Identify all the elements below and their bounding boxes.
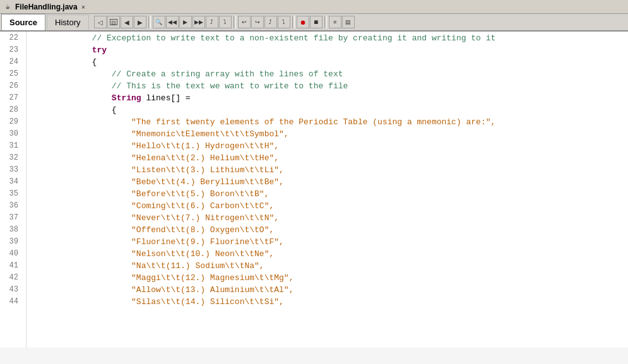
line-number: 31 [0, 140, 22, 152]
editor-container: 2223242526272829303132333435363738394041… [0, 32, 628, 348]
line-number: 22 [0, 32, 22, 44]
code-line: "Listen\t\t(3.) Lithium\t\tLi", [33, 164, 628, 176]
code-line: // Exception to write text to a non-exis… [33, 32, 628, 44]
line-number: 38 [0, 224, 22, 236]
toolbar-btn-14[interactable]: ⤵ [278, 16, 290, 28]
file-title: FileHandling.java [15, 3, 78, 11]
toolbar-btn-16[interactable]: ⏹ [310, 16, 323, 28]
close-tab-button[interactable]: × [81, 3, 85, 11]
code-area[interactable]: // Exception to write text to a non-exis… [27, 32, 628, 348]
line-number: 32 [0, 152, 22, 164]
line-number: 36 [0, 200, 22, 212]
file-icon: ☕ [3, 2, 13, 12]
tab-history[interactable]: History [47, 15, 88, 30]
toolbar-btn-12[interactable]: ↪ [251, 16, 264, 28]
toolbar-sep-1 [148, 16, 151, 28]
line-number: 27 [0, 92, 22, 104]
line-number: 33 [0, 164, 22, 176]
toolbar-btn-13[interactable]: ⤴ [264, 16, 277, 28]
line-number: 37 [0, 212, 22, 224]
tab-source[interactable]: Source [1, 14, 45, 30]
toolbar-btn-2[interactable]: ⊟ [107, 16, 120, 28]
code-line: "Before\t\t(5.) Boron\t\tB", [33, 188, 628, 200]
toolbar-btn-1[interactable]: ◁ [94, 16, 107, 28]
line-number: 23 [0, 44, 22, 56]
toolbar-btn-10[interactable]: ⤵ [219, 16, 232, 28]
line-number: 40 [0, 248, 22, 260]
toolbar-btn-5[interactable]: 🔍 [153, 16, 165, 28]
tab-bar: Source History ◁ ⊟ ◀ ▶ 🔍 ◀◀ ▶ ▶▶ ⤴ ⤵ ↩ ↪… [0, 14, 628, 32]
toolbar-btn-6[interactable]: ◀◀ [166, 16, 179, 28]
code-line: "Hello\t\t(1.) Hydrogen\t\tH", [33, 140, 628, 152]
editor-body: 2223242526272829303132333435363738394041… [0, 32, 628, 348]
code-line: "Na\t\t(11.) Sodium\t\tNa", [33, 260, 628, 272]
line-number: 35 [0, 188, 22, 200]
toolbar-btn-7[interactable]: ▶ [179, 16, 192, 28]
code-line: "Nelson\t\t(10.) Neon\t\tNe", [33, 248, 628, 260]
code-line: "Fluorine\t(9.) Fluorine\t\tF", [33, 236, 628, 248]
code-line: "Never\t\t(7.) Nitrogen\t\tN", [33, 212, 628, 224]
toolbar-sep-3 [292, 16, 295, 28]
line-number: 39 [0, 236, 22, 248]
line-numbers: 2223242526272829303132333435363738394041… [0, 32, 27, 348]
code-line: { [33, 104, 628, 116]
code-line: try [33, 44, 628, 56]
line-number: 34 [0, 176, 22, 188]
line-number: 41 [0, 260, 22, 272]
code-line: "The first twenty elements of the Period… [33, 116, 628, 128]
code-line: "Silas\t\t(14.) Silicon\t\tSi", [33, 296, 628, 308]
toolbar-btn-3[interactable]: ◀ [121, 16, 133, 28]
toolbar-btn-17[interactable]: ≡ [329, 16, 341, 28]
toolbar-sep-2 [234, 16, 236, 28]
title-bar: ☕ FileHandling.java × [0, 0, 628, 14]
line-number: 28 [0, 104, 22, 116]
toolbar-btn-15[interactable]: ⏺ [297, 16, 309, 28]
code-line: "Helena\t\t(2.) Helium\t\tHe", [33, 152, 628, 164]
line-number: 29 [0, 116, 22, 128]
toolbar-btn-18[interactable]: ▤ [342, 16, 355, 28]
code-line: String lines[] = [33, 92, 628, 104]
line-number: 25 [0, 68, 22, 80]
toolbar-btn-4[interactable]: ▶ [134, 16, 146, 28]
line-number: 26 [0, 80, 22, 92]
line-number: 24 [0, 56, 22, 68]
line-number: 44 [0, 296, 22, 308]
line-number: 30 [0, 128, 22, 140]
toolbar-sep-4 [324, 16, 327, 28]
toolbar-btn-11[interactable]: ↩ [238, 16, 251, 28]
code-line: { [33, 56, 628, 68]
code-line: "Bebe\t\t(4.) Beryllium\t\tBe", [33, 176, 628, 188]
code-line: "Coming\t\t(6.) Carbon\t\tC", [33, 200, 628, 212]
code-line: "Mnemonic\tElement\t\t\tSymbol", [33, 128, 628, 140]
code-line: "Offend\t\t(8.) Oxygen\t\tO", [33, 224, 628, 236]
toolbar-btn-8[interactable]: ▶▶ [193, 16, 205, 28]
line-number: 43 [0, 284, 22, 296]
toolbar-btn-9[interactable]: ⤴ [206, 16, 218, 28]
line-number: 42 [0, 272, 22, 284]
code-line: "Allow\t\t(13.) Aluminium\t\tAl", [33, 284, 628, 296]
code-line: "Maggi\t\t(12.) Magnesium\t\tMg", [33, 272, 628, 284]
code-line: // This is the text we want to write to … [33, 80, 628, 92]
code-line: // Create a string array with the lines … [33, 68, 628, 80]
